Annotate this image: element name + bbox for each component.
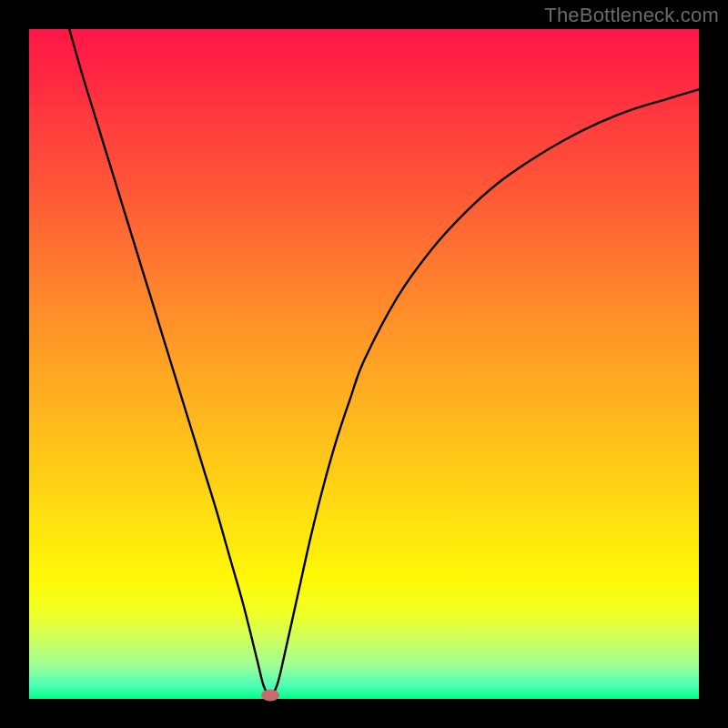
minimum-marker (261, 690, 279, 702)
watermark-text: TheBottleneck.com (544, 4, 719, 27)
chart-stage: TheBottleneck.com (0, 0, 728, 728)
bottleneck-curve (69, 29, 699, 695)
curve-svg (29, 29, 699, 699)
plot-area (29, 29, 699, 699)
